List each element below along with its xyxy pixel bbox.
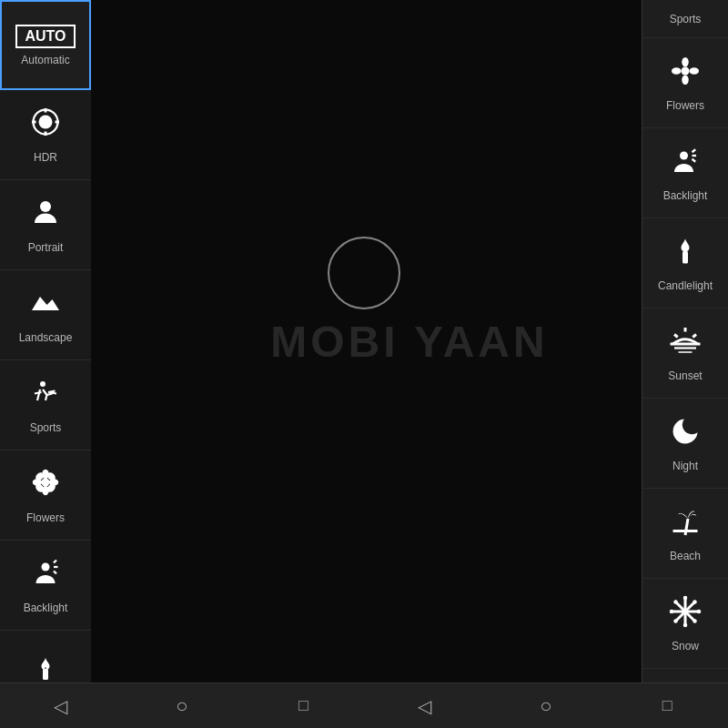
svg-point-51 — [670, 609, 674, 613]
sidebar-item-flowers[interactable]: Flowers — [0, 450, 91, 541]
svg-point-29 — [682, 75, 689, 85]
night-icon — [669, 415, 702, 454]
svg-point-30 — [672, 67, 682, 75]
backlight-right-label: Backlight — [663, 189, 708, 202]
svg-point-55 — [693, 600, 697, 604]
backlight-icon — [29, 556, 62, 596]
svg-point-12 — [42, 479, 50, 487]
hdr-icon — [29, 106, 62, 146]
back2-icon[interactable]: ◁ — [407, 688, 443, 724]
right-item-candlelight[interactable]: Candlelight — [642, 218, 728, 308]
svg-point-54 — [693, 619, 697, 623]
right-item-beach[interactable]: Beach — [642, 489, 728, 579]
svg-point-28 — [682, 57, 689, 67]
svg-point-50 — [683, 622, 688, 627]
sidebar-item-automatic[interactable]: AUTO Automatic — [0, 0, 91, 90]
bottom-nav: ◁ ○ □ ◁ ○ □ — [0, 682, 728, 728]
svg-rect-36 — [682, 251, 688, 264]
svg-point-49 — [683, 595, 688, 600]
right-item-sunset[interactable]: Sunset — [642, 308, 728, 399]
sports-label: Sports — [30, 421, 62, 434]
candle-right-icon — [669, 235, 702, 274]
auto-label: AUTO — [15, 25, 75, 48]
flowers-right-icon — [669, 55, 702, 94]
svg-point-56 — [673, 619, 678, 623]
right-item-night[interactable]: Night — [642, 399, 728, 489]
svg-rect-25 — [43, 669, 48, 680]
right-item-sports[interactable]: Sports — [642, 0, 728, 38]
beach-icon — [669, 505, 702, 544]
sidebar-item-hdr[interactable]: HDR — [0, 90, 91, 180]
svg-line-24 — [54, 571, 56, 574]
landscape-icon — [29, 286, 62, 326]
home2-icon[interactable]: ○ — [528, 688, 564, 724]
sidebar-item-backlight[interactable]: Backlight — [0, 541, 91, 631]
right-panel: Sports Flowers Backlight — [642, 0, 728, 682]
sidebar-item-portrait[interactable]: Portrait — [0, 180, 91, 270]
svg-point-21 — [42, 563, 50, 571]
svg-line-43 — [685, 519, 688, 535]
right-item-backlight[interactable]: Backlight — [642, 128, 728, 218]
sidebar-item-candlelight[interactable] — [0, 631, 91, 682]
recent2-icon[interactable]: □ — [649, 688, 685, 724]
sports-icon — [29, 376, 62, 416]
svg-point-0 — [39, 116, 53, 129]
sports-right-label: Sports — [670, 13, 702, 25]
recent-icon[interactable]: □ — [285, 688, 321, 724]
snow-icon — [669, 595, 702, 634]
svg-line-38 — [674, 334, 678, 337]
right-item-snow[interactable]: Snow — [642, 579, 728, 669]
beach-label: Beach — [670, 550, 701, 562]
svg-line-11 — [48, 392, 56, 394]
sidebar-item-sports[interactable]: Sports — [0, 360, 91, 450]
sunset-label: Sunset — [668, 369, 702, 382]
snow-label: Snow — [672, 640, 699, 652]
candle-icon-left — [29, 652, 62, 682]
flowers-label: Flowers — [26, 511, 65, 524]
svg-line-9 — [35, 392, 42, 394]
svg-point-8 — [40, 381, 46, 387]
landscape-label: Landscape — [19, 331, 73, 344]
backlight-right-icon — [669, 145, 702, 184]
svg-marker-7 — [32, 297, 59, 310]
svg-point-31 — [690, 67, 700, 75]
svg-point-32 — [680, 151, 688, 159]
watermark: MOBI YAAN — [270, 317, 548, 367]
home-icon[interactable]: ○ — [164, 688, 200, 724]
left-sidebar: AUTO Automatic HDR Portrait — [0, 0, 91, 682]
flowers-right-label: Flowers — [666, 99, 704, 112]
sunset-icon — [669, 325, 702, 364]
right-item-flowers[interactable]: Flowers — [642, 38, 728, 128]
automatic-label: Automatic — [21, 54, 69, 66]
sidebar-item-landscape[interactable]: Landscape — [0, 270, 91, 360]
camera-view: MOBI YAAN — [91, 0, 728, 682]
portrait-label: Portrait — [28, 241, 64, 254]
svg-point-52 — [697, 609, 702, 613]
svg-line-35 — [693, 158, 696, 161]
flowers-icon — [29, 466, 62, 506]
hdr-label: HDR — [34, 151, 57, 164]
svg-point-53 — [673, 600, 678, 604]
svg-point-27 — [682, 66, 690, 75]
night-label: Night — [672, 460, 698, 472]
portrait-icon — [29, 196, 62, 236]
candlelight-right-label: Candlelight — [658, 279, 713, 292]
back-icon[interactable]: ◁ — [43, 688, 79, 724]
focus-ring — [328, 237, 400, 309]
backlight-label: Backlight — [24, 602, 68, 614]
svg-point-6 — [40, 201, 51, 212]
svg-line-23 — [54, 561, 56, 563]
svg-line-34 — [693, 149, 696, 152]
svg-line-39 — [693, 334, 696, 337]
